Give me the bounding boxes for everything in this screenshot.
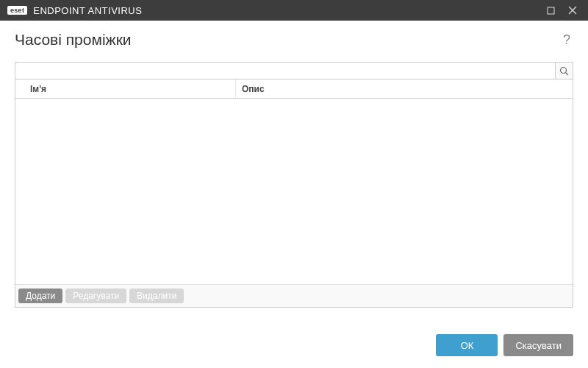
search-bar: [15, 62, 573, 79]
heading-row: Часові проміжки ?: [15, 31, 573, 49]
close-icon: [568, 6, 577, 15]
close-button[interactable]: [562, 0, 584, 21]
page-title: Часові проміжки: [15, 31, 132, 49]
titlebar: eset ENDPOINT ANTIVIRUS: [0, 0, 588, 21]
add-button[interactable]: Додати: [18, 289, 62, 303]
table-body[interactable]: [15, 99, 573, 284]
svg-line-4: [566, 72, 569, 75]
app-title: ENDPOINT ANTIVIRUS: [33, 5, 142, 16]
ok-button[interactable]: ОК: [436, 334, 498, 356]
time-slots-table: Ім'я Опис Додати Редагувати Видалити: [15, 79, 573, 308]
svg-rect-0: [548, 7, 554, 14]
search-icon: [559, 66, 569, 76]
column-header-name[interactable]: Ім'я: [15, 79, 236, 98]
svg-point-3: [561, 67, 567, 73]
delete-button: Видалити: [129, 289, 184, 303]
cancel-button[interactable]: Скасувати: [503, 334, 573, 356]
maximize-button[interactable]: [539, 0, 562, 21]
table-header: Ім'я Опис: [15, 79, 573, 99]
column-header-description[interactable]: Опис: [236, 79, 573, 98]
help-icon[interactable]: ?: [560, 32, 573, 48]
table-actions: Додати Редагувати Видалити: [15, 284, 573, 307]
maximize-icon: [547, 7, 555, 15]
search-button[interactable]: [555, 63, 573, 79]
dialog-footer: ОК Скасувати: [0, 322, 588, 368]
edit-button: Редагувати: [65, 289, 126, 303]
content-area: Часові проміжки ? Ім'я Опис Додати Редаг…: [0, 21, 588, 322]
search-input[interactable]: [15, 63, 555, 79]
brand-logo: eset: [7, 6, 27, 15]
